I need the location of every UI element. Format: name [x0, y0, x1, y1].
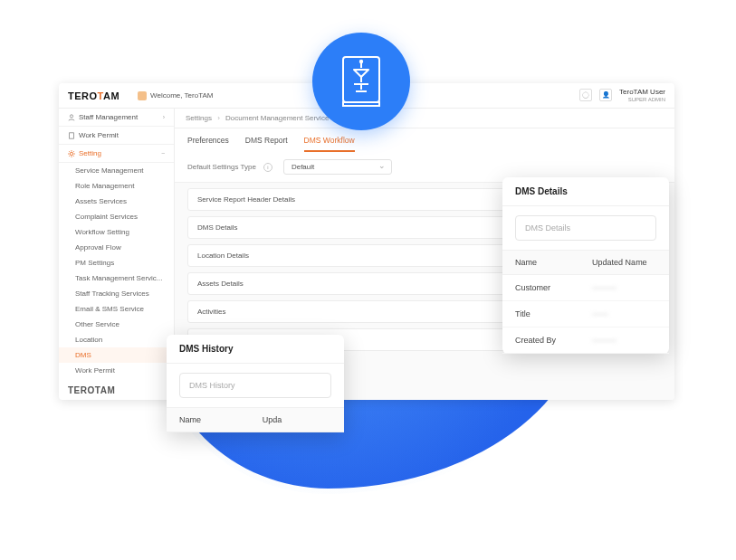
- card-title: DMS History: [167, 335, 344, 364]
- tab-dms-workflow[interactable]: DMS Workflow: [304, 136, 355, 152]
- sidebar-item[interactable]: Task Management Servic...: [59, 271, 174, 286]
- sidebar-item[interactable]: Email & SMS Service: [59, 301, 174, 317]
- cell-name: Customer: [515, 283, 592, 292]
- svg-rect-1: [343, 102, 379, 106]
- sidebar-group-label: Setting: [79, 149, 101, 157]
- user-role: SUPER ADMIN: [619, 97, 665, 103]
- breadcrumb-item[interactable]: Settings: [186, 114, 212, 122]
- table-row: Customer———: [502, 275, 669, 301]
- cell-value: ———: [592, 283, 656, 292]
- col-updated: Upda: [263, 415, 331, 424]
- table-row: Title——: [502, 301, 669, 327]
- cell-name: Created By: [515, 336, 592, 345]
- table-row: Created By———: [502, 327, 669, 354]
- tab-label: DMS Workflow: [304, 136, 355, 145]
- sidebar-item[interactable]: Role Management: [59, 178, 174, 194]
- minus-icon: −: [161, 150, 165, 157]
- sidebar: Staff Management › Work Permit Setting −…: [59, 109, 175, 400]
- sidebar-item[interactable]: Work Permit: [59, 363, 174, 378]
- breadcrumb-item: Document Management Service: [225, 114, 329, 122]
- file-icon: [68, 132, 75, 139]
- tab-preferences[interactable]: Preferences: [187, 136, 229, 152]
- dms-details-search[interactable]: DMS Details: [515, 215, 656, 241]
- svg-rect-4: [70, 132, 74, 138]
- cell-name: Title: [515, 309, 592, 318]
- input-placeholder: DMS History: [189, 381, 235, 390]
- welcome-text: Welcome, TeroTAM: [150, 91, 213, 100]
- settings-type-select[interactable]: Default: [283, 159, 392, 175]
- cell-value: ———: [592, 336, 656, 345]
- input-placeholder: DMS Details: [525, 223, 570, 233]
- tabs: Preferences DMS Report DMS Workflow: [175, 128, 674, 152]
- feature-badge: [312, 33, 410, 130]
- people-icon: [68, 114, 75, 121]
- svg-point-3: [70, 114, 72, 117]
- sidebar-group-label: Work Permit: [79, 131, 119, 139]
- table-header: Name Upda: [167, 407, 344, 432]
- welcome-icon: [138, 91, 147, 100]
- card-dms-history: DMS History DMS History Name Upda: [167, 335, 344, 432]
- svg-point-5: [70, 152, 72, 155]
- col-name: Name: [179, 415, 263, 424]
- notifications-icon[interactable]: ◯: [579, 89, 592, 101]
- card-title: DMS Details: [502, 177, 669, 206]
- sidebar-item[interactable]: Staff Tracking Services: [59, 286, 174, 301]
- table-header: Name Updated Name: [502, 250, 669, 275]
- brand-logo-small: TEROTAM: [59, 378, 174, 400]
- svg-point-2: [359, 60, 363, 63]
- sidebar-item[interactable]: Assets Services: [59, 194, 174, 209]
- card-dms-details: DMS Details DMS Details Name Updated Nam…: [502, 177, 669, 354]
- sidebar-item[interactable]: Service Management: [59, 163, 174, 178]
- select-value: Default: [292, 163, 314, 171]
- cell-value: ——: [592, 309, 656, 318]
- tab-label: Preferences: [187, 136, 229, 145]
- breadcrumb: Settings › Document Management Service: [175, 109, 674, 128]
- gear-icon: [68, 150, 75, 157]
- chevron-right-icon: ›: [217, 114, 220, 122]
- col-name: Name: [515, 258, 592, 267]
- user-block[interactable]: TeroTAM User SUPER ADMIN: [619, 89, 665, 102]
- sidebar-group-staff[interactable]: Staff Management ›: [59, 109, 174, 127]
- avatar[interactable]: 👤: [599, 89, 612, 101]
- sidebar-item[interactable]: DMS: [59, 347, 174, 363]
- sidebar-item[interactable]: Location: [59, 332, 174, 347]
- dms-history-search[interactable]: DMS History: [179, 373, 331, 398]
- sidebar-item[interactable]: Workflow Setting: [59, 224, 174, 240]
- user-name: TeroTAM User: [619, 89, 665, 97]
- tab-label: DMS Report: [245, 136, 288, 145]
- sidebar-item[interactable]: Approval Flow: [59, 240, 174, 255]
- col-updated-name: Updated Name: [592, 258, 656, 267]
- sidebar-item[interactable]: Complaint Services: [59, 209, 174, 224]
- sidebar-group-setting[interactable]: Setting −: [59, 145, 174, 163]
- sidebar-item[interactable]: Other Service: [59, 317, 174, 332]
- brand-logo: TEROTAM: [68, 90, 138, 101]
- sidebar-group-label: Staff Management: [79, 113, 138, 121]
- tab-dms-report[interactable]: DMS Report: [245, 136, 288, 152]
- sidebar-group-workpermit[interactable]: Work Permit: [59, 127, 174, 145]
- info-icon[interactable]: i: [263, 163, 272, 172]
- workflow-doc-icon: [338, 53, 385, 109]
- chevron-right-icon: ›: [163, 114, 165, 120]
- sidebar-item[interactable]: PM Settings: [59, 255, 174, 271]
- settings-type-label: Default Settings Type: [187, 163, 256, 171]
